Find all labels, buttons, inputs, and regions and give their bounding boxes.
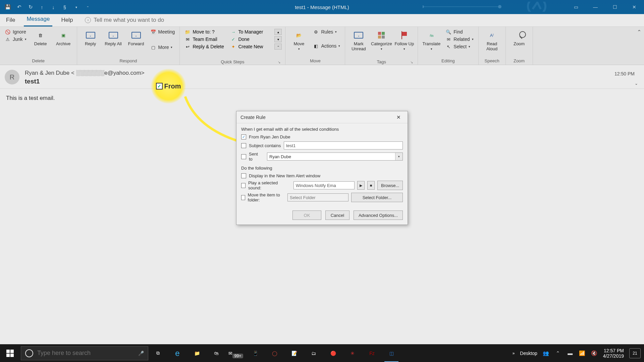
ignore-button[interactable]: 🚫Ignore — [3, 29, 28, 35]
qat-more-icon[interactable]: ▾ — [72, 3, 80, 11]
zoom-button[interactable]: Zoom — [509, 29, 529, 46]
follow-up-button[interactable]: Follow Up▾ — [394, 29, 414, 51]
translate-button[interactable]: 🗛Translate▾ — [421, 29, 441, 51]
actions-button[interactable]: ◧Actions▾ — [312, 43, 341, 49]
mic-icon[interactable]: 🎤 — [138, 351, 144, 356]
overflow-icon[interactable]: » — [513, 351, 515, 356]
start-button[interactable] — [0, 344, 20, 362]
related-button[interactable]: ✉Related▾ — [444, 36, 475, 42]
reply-button[interactable]: Reply — [80, 29, 101, 46]
mail-icon[interactable]: ✉99+ — [226, 344, 246, 362]
qat-customize-icon[interactable]: ⁼ — [84, 3, 91, 11]
filezilla-icon[interactable]: Fz — [362, 344, 382, 362]
cancel-button[interactable]: Cancel — [325, 210, 350, 220]
subject-checkbox[interactable] — [241, 143, 246, 148]
svg-rect-11 — [6, 353, 10, 357]
app2-icon[interactable]: ✳ — [343, 344, 362, 362]
read-aloud-button[interactable]: A⁾Read Aloud — [482, 29, 502, 51]
qs-create-new[interactable]: ✦Create New — [229, 44, 272, 50]
subject-label: Subject contains — [249, 143, 281, 148]
move-button[interactable]: 📂Move▾ — [289, 29, 309, 51]
notepad-icon[interactable]: 📝 — [284, 344, 304, 362]
select-button[interactable]: ↖Select▾ — [444, 44, 475, 50]
wifi-icon[interactable]: 📶 — [579, 350, 586, 357]
dialog-launcher-icon[interactable]: ↘ — [183, 60, 282, 64]
archive-button[interactable]: ▣Archive — [53, 29, 73, 46]
browse-button[interactable]: Browse... — [377, 181, 403, 190]
qs-done[interactable]: ✓Done — [229, 36, 272, 42]
group-editing: 🗛Translate▾ 🔍Find ✉Related▾ ↖Select▾ Edi… — [418, 27, 478, 65]
volume-icon[interactable]: 🔇 — [591, 350, 598, 357]
maximize-button[interactable]: ☐ — [605, 0, 625, 14]
display-alert-checkbox[interactable] — [241, 173, 246, 178]
sender: Ryan & Jen Dube < ░░░░░░░e@yahoo.com> — [25, 70, 145, 76]
mark-unread-button[interactable]: Mark Unread — [348, 29, 369, 51]
collapse-ribbon-icon[interactable]: ⌃ — [634, 27, 644, 65]
arrow-up-icon[interactable]: ↑ — [38, 3, 46, 11]
sound-input[interactable] — [293, 181, 355, 189]
qs-team-email[interactable]: ✉Team Email — [183, 36, 226, 42]
from-checkbox[interactable] — [241, 134, 246, 139]
expand-header-icon[interactable]: ⌄ — [635, 81, 638, 86]
desktop-label[interactable]: Desktop — [520, 351, 537, 356]
store-icon[interactable]: 🛍 — [207, 344, 226, 362]
arrow-down-icon[interactable]: ↓ — [50, 3, 57, 11]
tab-file[interactable]: File — [3, 14, 18, 26]
advanced-options-button[interactable]: Advanced Options... — [354, 210, 403, 220]
dialog-close-button[interactable]: ✕ — [393, 113, 404, 122]
minimize-button[interactable]: ― — [586, 0, 605, 14]
undo-icon[interactable]: ↶ — [15, 3, 23, 11]
attach-icon[interactable]: § — [61, 3, 68, 11]
more-respond-button[interactable]: ▢More▾ — [149, 44, 176, 50]
from-label: From Ryan Jen Dube — [249, 134, 290, 139]
select-folder-button[interactable]: Select Folder... — [351, 193, 403, 202]
tray-chevron-icon[interactable]: ⌃ — [555, 350, 561, 357]
tab-help[interactable]: Help — [58, 14, 75, 26]
action-center-icon[interactable]: 21 — [629, 348, 641, 358]
ribbon-display-icon[interactable]: ▭ — [566, 0, 586, 14]
search-box[interactable]: 🎤 — [21, 346, 148, 360]
play-button[interactable]: ▶ — [357, 181, 365, 190]
subject-input[interactable] — [284, 141, 403, 149]
junk-button[interactable]: ⚠Junk▾ — [3, 36, 28, 42]
search-input[interactable] — [37, 350, 134, 357]
tab-message[interactable]: Message — [24, 13, 52, 26]
close-button[interactable]: ✕ — [625, 0, 644, 14]
clock[interactable]: 12:57 PM 4/27/2019 — [603, 348, 624, 359]
meeting-button[interactable]: 📅Meeting — [149, 29, 176, 35]
categorize-button[interactable]: Categorize▾ — [371, 29, 391, 51]
outlook-icon[interactable]: ◫ — [382, 344, 401, 362]
qs-reply-delete[interactable]: ↩Reply & Delete — [183, 44, 226, 50]
phone-icon[interactable]: 📱 — [246, 344, 265, 362]
vivaldi-icon[interactable]: ◯ — [265, 344, 284, 362]
meeting-icon: 📅 — [150, 29, 156, 35]
qs-to-manager[interactable]: →To Manager — [229, 29, 272, 35]
move-folder-label: Move the item to folder: — [248, 192, 285, 202]
move-folder-checkbox[interactable] — [241, 195, 245, 200]
delete-button[interactable]: 🗑Delete — [31, 29, 51, 46]
qs-move-to[interactable]: 📁Move to: ? — [183, 29, 226, 35]
dialog-launcher-icon[interactable]: ↘ — [348, 60, 414, 64]
save-icon[interactable]: 💾 — [4, 3, 11, 11]
play-sound-checkbox[interactable] — [241, 183, 246, 188]
forward-button[interactable]: Forward — [126, 29, 146, 46]
reply-all-button[interactable]: Reply All — [103, 29, 123, 46]
people-icon[interactable]: 👥 — [543, 350, 549, 357]
app-icon[interactable]: 🗂 — [304, 344, 323, 362]
edge-icon[interactable]: e — [168, 344, 187, 362]
find-button[interactable]: 🔍Find — [444, 29, 475, 35]
rules-button[interactable]: ⚙Rules▾ — [312, 29, 341, 35]
sent-to-checkbox[interactable] — [241, 154, 246, 159]
redo-icon[interactable]: ↻ — [27, 3, 34, 11]
sent-to-select[interactable]: Ryan Dube▾ — [267, 153, 403, 161]
task-view-button[interactable]: ⧉ — [148, 344, 168, 362]
stop-button[interactable]: ■ — [367, 181, 375, 190]
svg-rect-9 — [6, 350, 10, 353]
qs-scroll[interactable]: ▴▾⁼ — [274, 29, 282, 50]
ok-button[interactable]: OK — [292, 210, 321, 220]
chrome-icon[interactable]: 🔴 — [323, 344, 343, 362]
tell-me-search[interactable]: ♀ Tell me what you want to do — [82, 14, 167, 26]
display-alert-label: Display in the New Item Alert window — [249, 173, 320, 178]
file-explorer-icon[interactable]: 📁 — [187, 344, 207, 362]
battery-icon[interactable]: ▬ — [567, 350, 574, 357]
